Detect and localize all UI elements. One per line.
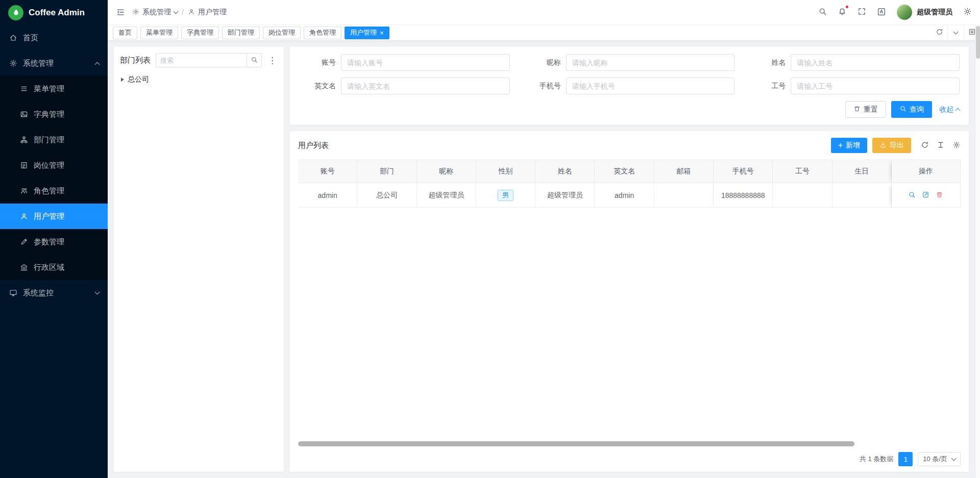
table-row: admin 总公司 超级管理员 男 超级管理员 admin 1888888888… xyxy=(298,183,961,208)
department-search-input[interactable] xyxy=(156,53,247,67)
field-label: 姓名 xyxy=(749,58,786,67)
tab-label: 部门管理 xyxy=(228,28,254,37)
header-search-button[interactable] xyxy=(818,7,827,17)
refresh-icon xyxy=(921,141,929,150)
table-empty-space xyxy=(298,208,961,439)
department-search xyxy=(156,53,262,67)
add-user-button[interactable]: + 新增 xyxy=(831,138,867,153)
tab-user-management[interactable]: 用户管理 × xyxy=(345,27,389,39)
content-area: 部门列表 ⋮ 总公司 xyxy=(108,41,980,478)
horizontal-scrollbar[interactable] xyxy=(298,441,961,446)
sidebar-group-monitor[interactable]: 系统监控 xyxy=(0,280,108,306)
sidebar-item-role-management[interactable]: 角色管理 xyxy=(0,178,108,204)
page-size-select[interactable]: 10 条/页 xyxy=(918,452,961,466)
cell-phone: 18888888888 xyxy=(714,183,773,208)
sidebar-group-label: 系统管理 xyxy=(23,59,54,68)
row-action-icons xyxy=(908,191,943,200)
tab-label: 角色管理 xyxy=(309,28,336,37)
tab-label: 字典管理 xyxy=(187,28,213,37)
edit-button[interactable] xyxy=(922,191,929,200)
sidebar-item-post-management[interactable]: 岗位管理 xyxy=(0,153,108,178)
column-header: 姓名 xyxy=(535,160,595,183)
chevron-down-icon xyxy=(174,9,179,14)
phone-input[interactable] xyxy=(566,78,735,94)
delete-button[interactable] xyxy=(936,191,943,200)
export-button[interactable]: 导出 xyxy=(872,138,911,153)
collapse-filter-button[interactable]: 收起 xyxy=(939,105,960,114)
nickname-input[interactable] xyxy=(566,54,735,71)
sidebar-item-parameter-management[interactable]: 参数管理 xyxy=(0,229,108,255)
sidebar-item-label: 角色管理 xyxy=(34,186,64,196)
window-scrollbar[interactable] xyxy=(975,25,980,478)
tree-caret-icon[interactable] xyxy=(121,78,124,82)
sidebar-item-home[interactable]: 首页 xyxy=(0,25,108,51)
sidebar-item-label: 字典管理 xyxy=(34,110,64,119)
filter-field-nickname: 昵称 xyxy=(524,54,735,71)
org-chart-icon xyxy=(19,136,28,144)
refresh-icon xyxy=(936,28,943,37)
job-no-input[interactable] xyxy=(791,78,960,94)
sidebar-item-admin-region[interactable]: 行政区域 xyxy=(0,255,108,280)
horizontal-scrollbar-thumb[interactable] xyxy=(298,441,854,446)
table-settings-button[interactable] xyxy=(952,141,961,150)
sidebar-group-system[interactable]: 系统管理 xyxy=(0,51,108,76)
username[interactable]: 超级管理员 xyxy=(917,8,952,17)
sidebar-item-department-management[interactable]: 部门管理 xyxy=(0,127,108,153)
cell-account: admin xyxy=(298,183,357,208)
main-column: 系统管理 / 用户管理 xyxy=(108,0,980,478)
english-name-input[interactable] xyxy=(341,78,510,94)
reset-label: 重置 xyxy=(864,105,878,114)
user-list-card: 用户列表 + 新增 导出 xyxy=(290,131,969,472)
edit-icon xyxy=(922,191,929,200)
chevron-up-icon xyxy=(955,108,961,113)
name-input[interactable] xyxy=(791,54,960,71)
cell-gender: 男 xyxy=(476,183,535,208)
tab-post-management[interactable]: 岗位管理 xyxy=(263,27,301,39)
more-options-button[interactable]: ⋮ xyxy=(267,56,278,65)
query-button[interactable]: 查询 xyxy=(891,101,932,118)
sidebar-item-dictionary-management[interactable]: 字典管理 xyxy=(0,102,108,127)
notifications-button[interactable] xyxy=(838,7,847,18)
sidebar-item-label: 首页 xyxy=(23,33,38,43)
tab-dictionary-management[interactable]: 字典管理 xyxy=(181,27,219,39)
user-avatar[interactable] xyxy=(897,5,912,20)
collapse-sidebar-button[interactable] xyxy=(116,8,125,17)
breadcrumb-item-system[interactable]: 系统管理 xyxy=(132,8,178,17)
tab-menu-management[interactable]: 菜单管理 xyxy=(140,27,178,39)
tab-dropdown-button[interactable] xyxy=(947,25,964,40)
user-table: 账号 部门 昵称 性别 姓名 英文名 邮箱 手机号 工号 生日 操作 xyxy=(298,160,961,439)
page-number-1[interactable]: 1 xyxy=(898,452,913,466)
breadcrumb-item-page[interactable]: 用户管理 xyxy=(188,8,227,17)
chevron-down-icon xyxy=(953,30,959,35)
department-search-button[interactable] xyxy=(247,53,262,67)
account-input[interactable] xyxy=(341,54,510,71)
tab-department-management[interactable]: 部门管理 xyxy=(222,27,260,39)
language-button[interactable] xyxy=(877,7,886,18)
tab-home[interactable]: 首页 xyxy=(113,27,137,39)
dictionary-icon xyxy=(19,110,28,118)
filter-field-english-name: 英文名 xyxy=(299,78,510,94)
table-refresh-button[interactable] xyxy=(921,141,929,150)
tab-refresh-button[interactable] xyxy=(931,25,947,40)
cell-department: 总公司 xyxy=(357,183,416,208)
close-icon[interactable]: × xyxy=(380,30,384,36)
sidebar-item-user-management[interactable]: 用户管理 xyxy=(0,204,108,229)
window-scrollbar-thumb[interactable] xyxy=(976,26,980,59)
column-settings-button[interactable] xyxy=(937,141,945,150)
view-button[interactable] xyxy=(908,191,916,200)
user-list-tools: + 新增 导出 xyxy=(831,138,961,153)
sidebar-item-menu-management[interactable]: 菜单管理 xyxy=(0,76,108,102)
column-header: 账号 xyxy=(298,160,357,183)
page-size-value: 10 条/页 xyxy=(923,455,947,464)
tab-role-management[interactable]: 角色管理 xyxy=(304,27,341,39)
reset-button[interactable]: 重置 xyxy=(845,101,886,118)
home-icon xyxy=(9,34,17,42)
fullscreen-button[interactable] xyxy=(857,7,866,17)
sidebar-item-label: 菜单管理 xyxy=(34,84,64,94)
column-header: 昵称 xyxy=(417,160,476,183)
sidebar: Coffee Admin 首页 系统管理 菜单管理 字典管理 xyxy=(0,0,108,478)
tree-node-root[interactable]: 总公司 xyxy=(120,72,278,87)
field-label: 手机号 xyxy=(524,82,561,91)
search-icon xyxy=(908,191,916,200)
settings-button[interactable] xyxy=(963,7,972,17)
